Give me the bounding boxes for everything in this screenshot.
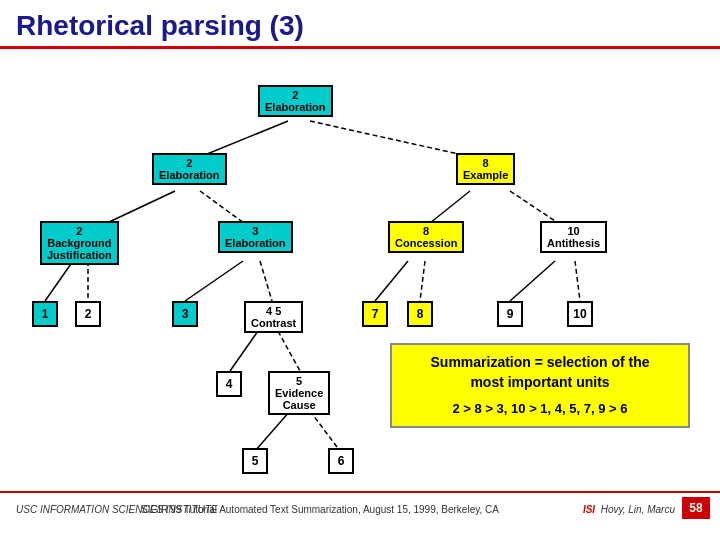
leaf-4: 4 [216,371,242,397]
footer-line [0,491,720,493]
node-lml2: 5 Evidence Cause [268,371,330,415]
leaf-5: 5 [242,448,268,474]
node-lm: 3 Elaboration [218,221,293,253]
title: Rhetorical parsing (3) [0,0,720,49]
node-ll: 2 Background Justification [40,221,119,265]
logo-credit: ISI Hovy, Lin, Marcu [583,504,675,515]
leaf-7: 7 [362,301,388,327]
node-rr: 10 Antithesis [540,221,607,253]
leaf-2: 2 [75,301,101,327]
svg-line-17 [575,261,580,301]
node-right: 8 Example [456,153,515,185]
leaf-10: 10 [567,301,593,327]
leaf-1: 1 [32,301,58,327]
svg-line-14 [375,261,408,301]
node-lml: 4 5 Contrast [244,301,303,333]
summary-box: Summarization = selection of the most im… [390,343,690,428]
svg-line-9 [260,261,272,301]
leaf-3: 3 [172,301,198,327]
svg-line-15 [420,261,425,301]
svg-line-12 [255,411,290,451]
svg-line-13 [310,411,340,451]
node-root: 2 Elaboration [258,85,333,117]
leaf-9: 9 [497,301,523,327]
citation-text: SIGIR'99 Tutorial Automated Text Summari… [0,504,640,515]
svg-line-16 [510,261,555,301]
svg-line-8 [185,261,243,301]
svg-line-11 [278,331,300,371]
leaf-8: 8 [407,301,433,327]
leaf-6: 6 [328,448,354,474]
node-left: 2 Elaboration [152,153,227,185]
svg-line-10 [230,331,258,371]
page-number: 58 [682,497,710,519]
node-rm: 8 Concession [388,221,464,253]
svg-line-6 [45,261,73,301]
